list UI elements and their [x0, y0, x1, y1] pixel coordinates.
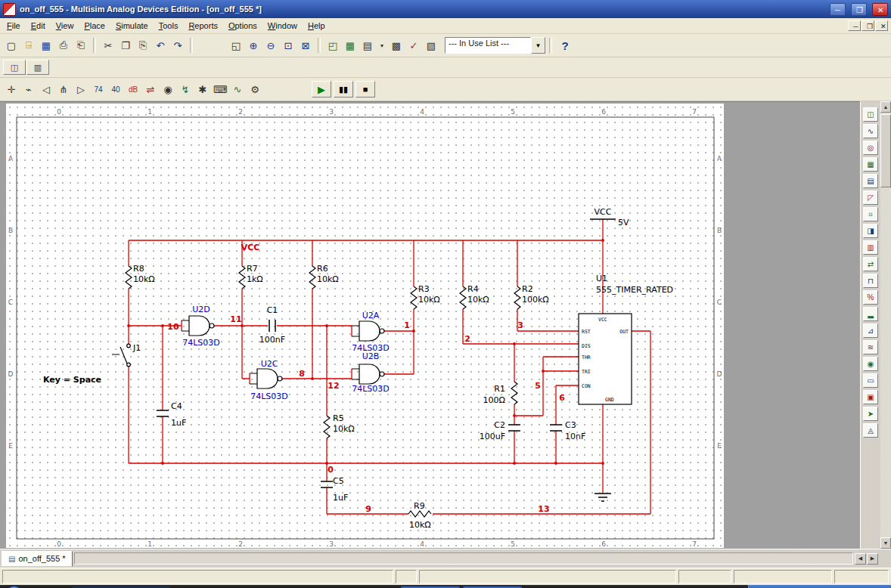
vertical-scrollbar[interactable]: ▲ ▼ — [880, 101, 891, 549]
component-gallery-button[interactable]: ▩ — [388, 37, 405, 54]
capture-area-button[interactable]: ▧ — [423, 37, 439, 54]
menu-place[interactable]: Place — [79, 20, 110, 32]
vcc-value-label[interactable]: 5V — [618, 218, 629, 227]
c4-symbol[interactable] — [157, 410, 169, 416]
place-analog-button[interactable]: ▷ — [73, 81, 89, 97]
net-1-label[interactable]: 1 — [404, 320, 410, 330]
frequency-counter-button[interactable]: ⌗ — [863, 207, 878, 221]
schematic-canvas[interactable]: 0 1 2 3 4 5 6 7 0 1 2 3 4 5 6 7 A — [6, 104, 724, 548]
c3-symbol[interactable] — [550, 425, 562, 431]
net-13-label[interactable]: 13 — [538, 504, 549, 514]
scroll-up-button[interactable]: ▲ — [880, 101, 891, 113]
spectrum-analyzer-button[interactable]: ▂ — [863, 307, 878, 321]
mdi-restore-button[interactable]: ❐ — [862, 20, 874, 31]
r3-value-label[interactable]: 10kΩ — [418, 295, 440, 305]
iv-analyzer-button[interactable]: ⊓ — [863, 274, 878, 288]
r1-ref-label[interactable]: R1 — [494, 384, 505, 394]
labview-instrument-button[interactable]: ◬ — [863, 423, 878, 438]
r4-ref-label[interactable]: R4 — [467, 284, 479, 294]
run-simulation-button[interactable]: ▶ — [312, 81, 331, 97]
new-button[interactable]: ▢ — [3, 37, 20, 54]
net-9-label[interactable]: 9 — [365, 504, 371, 514]
in-use-list-value[interactable]: --- In Use List --- — [445, 37, 531, 54]
save-button[interactable]: ▦ — [38, 37, 54, 54]
open-button[interactable]: ⍈ — [20, 37, 37, 54]
zoom-in-button[interactable]: ⊕ — [245, 37, 262, 54]
place-misc-digital-button[interactable]: dB — [125, 81, 141, 97]
vertical-scroll-thumb[interactable] — [880, 114, 891, 187]
agilent-function-generator-button[interactable]: ≋ — [863, 340, 878, 354]
net-11-label[interactable]: 11 — [230, 314, 241, 324]
function-generator-button[interactable]: ∿ — [863, 124, 878, 138]
logic-analyzer-button[interactable]: ▥ — [863, 240, 878, 255]
design-toolbox-button[interactable]: ◰ — [324, 37, 341, 54]
pause-simulation-button[interactable]: ▮▮ — [334, 81, 353, 97]
u2c-ref-label[interactable]: U2C — [261, 359, 278, 369]
oscilloscope-button[interactable]: ▦ — [863, 157, 878, 172]
mdi-close-button[interactable]: ✕ — [875, 20, 888, 31]
agilent-oscilloscope-button[interactable]: ▭ — [863, 373, 878, 388]
u1-part-label[interactable]: 555_TIMER_RATED — [596, 285, 673, 295]
c5-value-label[interactable]: 1uF — [333, 493, 348, 503]
r5-symbol[interactable] — [324, 416, 330, 438]
vcc-label[interactable]: VCC — [595, 207, 612, 217]
bode-plotter-button[interactable]: ◸ — [863, 190, 878, 205]
u2a-gate[interactable] — [352, 321, 384, 341]
tab-scroll-right-button[interactable]: ▶ — [867, 553, 878, 565]
sheet-tab[interactable]: ▤ on_off_555 * — [2, 551, 73, 567]
r8-value-label[interactable]: 10kΩ — [133, 274, 155, 284]
place-ttl-button[interactable]: 74 — [90, 81, 107, 97]
place-rf-button[interactable]: ∿ — [229, 81, 246, 97]
u2c-gate[interactable] — [250, 369, 282, 388]
mdi-minimize-button[interactable]: ─ — [848, 20, 861, 31]
place-source-button[interactable]: ✛ — [3, 81, 20, 97]
r9-ref-label[interactable]: R9 — [414, 501, 425, 511]
r1-symbol[interactable] — [511, 382, 517, 404]
agilent-multimeter-button[interactable]: ◉ — [863, 357, 878, 371]
r6-ref-label[interactable]: R6 — [317, 264, 328, 274]
net-3-label[interactable]: 3 — [517, 320, 523, 330]
r6-value-label[interactable]: 10kΩ — [317, 274, 339, 284]
c1-value-label[interactable]: 100nF — [259, 335, 285, 345]
r3-ref-label[interactable]: R3 — [418, 284, 430, 294]
menu-reports[interactable]: Reports — [183, 20, 223, 32]
maximize-button[interactable]: ❐ — [851, 3, 867, 16]
j1-switch[interactable] — [112, 344, 130, 367]
zoom-fit-button[interactable]: ⊠ — [297, 37, 314, 54]
menu-window[interactable]: Window — [262, 20, 303, 32]
r7-ref-label[interactable]: R7 — [247, 264, 258, 274]
c4-ref-label[interactable]: C4 — [171, 401, 182, 411]
u2d-ref-label[interactable]: U2D — [192, 305, 210, 314]
net-6-label[interactable]: 6 — [559, 393, 565, 403]
net-5-label[interactable]: 5 — [535, 381, 541, 391]
copy-button[interactable]: ❐ — [117, 37, 134, 54]
u2c-part-label[interactable]: 74LS03D — [250, 391, 288, 401]
j1-ref-label[interactable]: J1 — [132, 343, 141, 353]
network-analyzer-button[interactable]: ⊿ — [863, 323, 878, 338]
place-misc-button[interactable]: ✱ — [194, 81, 211, 97]
c1-ref-label[interactable]: C1 — [267, 305, 278, 315]
u2b-ref-label[interactable]: U2B — [362, 351, 380, 361]
horizontal-scrollbar[interactable] — [74, 552, 853, 565]
u2d-part-label[interactable]: 74LS03D — [182, 338, 220, 348]
place-basic-button[interactable]: ⌁ — [20, 81, 37, 97]
zoom-out-button[interactable]: ⊖ — [262, 37, 279, 54]
circuit-wires[interactable] — [129, 219, 650, 514]
net-2-label[interactable]: 2 — [464, 334, 470, 344]
four-channel-oscilloscope-button[interactable]: ▤ — [863, 174, 878, 188]
r2-symbol[interactable] — [514, 286, 520, 309]
place-peripheral-button[interactable]: ⌨ — [212, 81, 228, 97]
print-button[interactable]: ⎙ — [55, 37, 72, 54]
c2-symbol[interactable] — [508, 425, 520, 431]
erc-check-button[interactable]: ✓ — [405, 37, 422, 54]
close-button[interactable]: ✕ — [872, 3, 888, 16]
c2-value-label[interactable]: 100uF — [480, 432, 505, 441]
menu-options[interactable]: Options — [223, 20, 262, 32]
place-transistor-button[interactable]: ⋔ — [55, 81, 72, 97]
scroll-down-button[interactable]: ▼ — [880, 537, 891, 549]
paste-button[interactable]: ⎘ — [135, 37, 151, 54]
u1-ref-label[interactable]: U1 — [596, 274, 607, 283]
design-toolbox-toggle-button[interactable]: ◫ — [3, 60, 26, 75]
zoom-full-button[interactable]: ◱ — [228, 37, 244, 54]
u2a-ref-label[interactable]: U2A — [362, 311, 380, 320]
